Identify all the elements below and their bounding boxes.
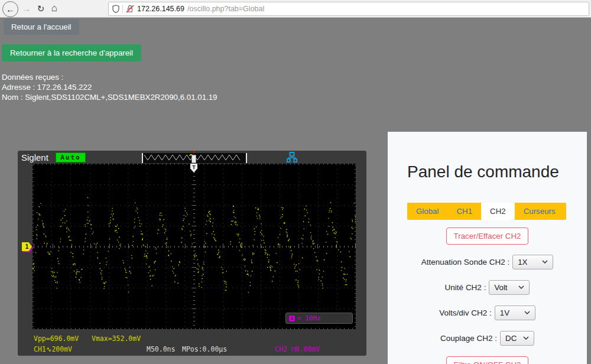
chevron-down-icon xyxy=(518,285,524,289)
command-panel: Panel de commande Global CH1 CH2 Curseur… xyxy=(388,132,587,364)
reload-button[interactable]: ↻ xyxy=(34,2,47,15)
preview-trigger-position-marker xyxy=(191,155,196,163)
trigger-mode-badge: Auto xyxy=(56,152,86,162)
timebase-readout: M50.0ns xyxy=(147,345,175,353)
back-icon: ← xyxy=(6,4,15,14)
probe-attenuation-label: Attenuation Sonde CH2 : xyxy=(421,258,509,266)
unit-select[interactable]: Volt xyxy=(489,280,530,295)
shield-icon xyxy=(112,5,119,13)
reload-icon: ↻ xyxy=(37,4,45,14)
forward-icon: → xyxy=(22,4,31,14)
ch1-readout: CH1∿200mV xyxy=(34,345,72,353)
chevron-down-icon xyxy=(542,260,548,264)
home-icon: ⌂ xyxy=(51,2,57,14)
probe-attenuation-select[interactable]: 1X xyxy=(512,255,553,269)
tab-global[interactable]: Global xyxy=(407,203,447,220)
waveform-canvas xyxy=(33,164,356,329)
tab-bar: Global CH1 CH2 Curseurs xyxy=(407,203,566,220)
measurement-vpp: Vpp=696.0mV xyxy=(34,334,79,343)
trigger-frequency-badge: 1 < 10Hz xyxy=(285,313,353,324)
volts-div-value: 1V xyxy=(500,308,509,317)
url-host: 172.26.145.69 xyxy=(137,5,184,13)
scope-brand: Siglent xyxy=(21,152,48,162)
filter-on-off-ch2-button[interactable]: Filtre ON/OFF CH2 xyxy=(446,356,529,364)
return-search-button[interactable]: Retourner à la recherche d'appareil xyxy=(2,44,141,61)
home-button[interactable]: ⌂ xyxy=(48,1,61,15)
insecure-lock-icon xyxy=(126,5,134,13)
device-address: Adresse : 172.26.145.222 xyxy=(2,82,217,92)
tab-ch2[interactable]: CH2 xyxy=(481,203,515,220)
volts-div-label: Volts/div CH2 : xyxy=(439,308,492,317)
url-bar[interactable]: 172.26.145.69/oscillo.php?tab=Global xyxy=(108,2,589,16)
waveform-preview-strip: T xyxy=(142,153,247,163)
unit-label: Unité CH2 : xyxy=(445,283,486,292)
device-info: Données reçues : Adresse : 172.26.145.22… xyxy=(2,72,217,102)
panel-title: Panel de commande xyxy=(407,162,559,181)
chevron-down-icon xyxy=(523,336,529,340)
measurement-vmax: Vmax=352.0mV xyxy=(92,334,141,343)
coupling-select[interactable]: DC xyxy=(500,331,534,346)
coupling-value: DC xyxy=(505,334,517,343)
page: ← → ↻ ⌂ 172.26.145.69/oscillo.php?tab=Gl… xyxy=(0,0,591,364)
lan-network-icon xyxy=(287,152,297,162)
volts-div-select[interactable]: 1V xyxy=(495,306,535,320)
preview-trigger-flag: T xyxy=(192,150,195,155)
urlbar-divider xyxy=(122,5,123,13)
return-home-button[interactable]: Retour a l'accueil xyxy=(4,19,79,35)
unit-value: Volt xyxy=(494,283,507,292)
url-path: /oscillo.php?tab=Global xyxy=(187,5,264,13)
chevron-down-icon xyxy=(524,311,530,314)
tab-curseurs[interactable]: Curseurs xyxy=(515,203,564,220)
trigger-frequency-value: < 10Hz xyxy=(297,314,321,322)
browser-toolbar: ← → ↻ ⌂ 172.26.145.69/oscillo.php?tab=Gl… xyxy=(0,0,591,18)
back-button[interactable]: ← xyxy=(2,1,18,17)
trigger-source-icon: 1 xyxy=(289,316,295,321)
received-data-header: Données reçues : xyxy=(2,72,217,82)
tab-ch1[interactable]: CH1 xyxy=(447,203,481,220)
scope-display: T 1 < 10Hz xyxy=(33,164,356,329)
probe-attenuation-value: 1X xyxy=(518,258,527,266)
trigger-position-readout: MPos:0.00µs xyxy=(182,345,227,353)
forward-button[interactable]: → xyxy=(20,2,33,15)
device-name: Nom : Siglent,SDS1102CML+,SDS1MEBX2R2090… xyxy=(2,92,217,102)
ch2-readout: CH2 ⊓0.00mV xyxy=(275,345,320,353)
trace-erase-ch2-button[interactable]: Tracer/Effacer CH2 xyxy=(446,228,529,245)
oscilloscope-screenshot: Siglent Auto T T 1 < 10Hz 1 Vpp=69 xyxy=(18,151,366,356)
coupling-label: Couplage CH2 : xyxy=(440,334,497,343)
